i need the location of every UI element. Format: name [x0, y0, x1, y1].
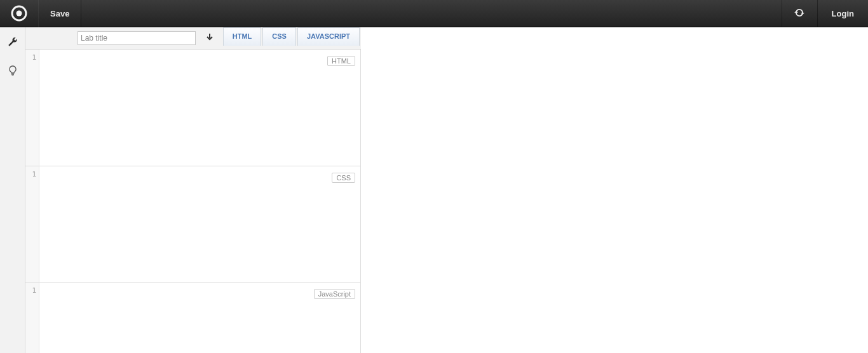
arrow-down-icon [206, 34, 214, 43]
line-number: 1 [32, 170, 36, 178]
login-button[interactable]: Login [817, 0, 868, 27]
hints-button[interactable] [0, 56, 25, 84]
tab-html[interactable]: HTML [223, 27, 262, 46]
line-number: 1 [32, 53, 36, 62]
editor-tabs: HTML CSS JAVASCRIPT [223, 27, 361, 46]
header-bar: Save Login [0, 0, 868, 27]
options-dropdown-button[interactable] [201, 31, 218, 45]
settings-button[interactable] [0, 27, 25, 56]
app-logo[interactable] [0, 0, 38, 27]
editor-javascript[interactable]: 1 JavaScript [25, 282, 361, 353]
refresh-icon [794, 8, 804, 20]
save-button[interactable]: Save [38, 0, 81, 27]
refresh-button[interactable] [782, 0, 817, 27]
editors-column: 1 HTML 1 CSS 1 JavaScript [25, 50, 361, 353]
line-number: 1 [32, 286, 36, 295]
left-sidebar [0, 27, 25, 353]
preview-pane [361, 27, 868, 353]
lightbulb-icon [8, 65, 17, 76]
wrench-icon [8, 37, 18, 47]
editor-toolbar: HTML CSS JAVASCRIPT [25, 27, 361, 50]
editor-badge-css: CSS [332, 173, 355, 183]
editor-html[interactable]: 1 HTML [25, 50, 361, 166]
lab-title-input[interactable] [78, 31, 196, 45]
gutter: 1 [25, 166, 39, 282]
svg-point-1 [17, 11, 22, 17]
gutter: 1 [25, 283, 39, 353]
tab-css[interactable]: CSS [262, 27, 296, 46]
editor-css[interactable]: 1 CSS [25, 166, 361, 282]
tab-javascript[interactable]: JAVASCRIPT [297, 27, 360, 46]
editor-badge-html: HTML [327, 56, 355, 66]
editor-badge-javascript: JavaScript [314, 289, 355, 299]
gutter: 1 [25, 50, 39, 166]
